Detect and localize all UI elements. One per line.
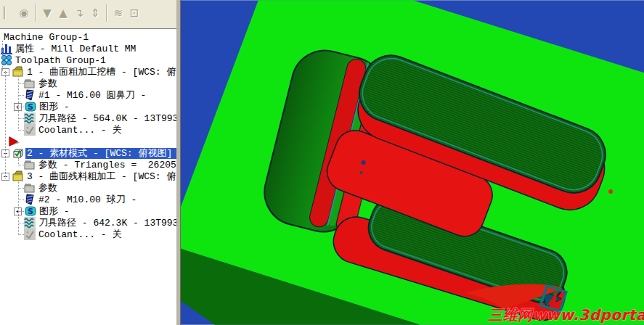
move-up-icon[interactable]: ▲ [56, 6, 70, 20]
insert-marker-icon [9, 136, 20, 147]
toolpath-file-icon [24, 112, 36, 124]
tree-row-label: 3 - 曲面残料粗加工 - [WCS: 俯视图] [25, 171, 176, 182]
tree-connector [18, 211, 24, 212]
watermark-text: 三维网www.3dportal.cn [487, 306, 644, 324]
coolant-icon [24, 124, 36, 136]
geometry-icon: S [25, 205, 36, 217]
toolpath-filter-icon[interactable]: ≋ [111, 6, 126, 20]
parameters-icon [24, 159, 36, 170]
coolant-icon [24, 229, 36, 240]
tool-icon [24, 194, 36, 205]
tree-row[interactable]: −2 - 素材模式 - [WCS: 俯视图] - [刀 [0, 147, 176, 159]
tree-row-label: #1 - M16.00 圆鼻刀 - [37, 90, 176, 101]
graphics-viewport[interactable]: 三维网www.3dportal.cn [181, 0, 644, 325]
tree-row-label: 参数 - Triangles = 262052 - 81 [37, 160, 176, 170]
tree-connector [18, 130, 24, 131]
tree-row-label: 2 - 素材模式 - [WCS: 俯视图] - [刀 [25, 148, 176, 159]
move-insert-arrow-icon[interactable]: ↴ [72, 6, 86, 20]
tree-row[interactable]: Coolant... - 关 [0, 229, 176, 240]
tree-connector [18, 234, 24, 235]
tree-row[interactable]: −3 - 曲面残料粗加工 - [WCS: 俯视图] [0, 170, 176, 182]
rest-fleck [608, 189, 613, 194]
tree-connector [18, 188, 24, 189]
tree-connector [18, 107, 24, 107]
tree-row-label: Coolant... - 关 [37, 229, 176, 240]
tree-row[interactable]: +S图形 - [0, 101, 176, 112]
toolbar-separator [106, 4, 107, 22]
tree-row[interactable]: 参数 [0, 78, 176, 89]
tree-row[interactable]: Toolpath Group-1 [0, 54, 176, 66]
tree-row[interactable]: #1 - M16.00 圆鼻刀 - [0, 89, 176, 101]
tree-row-label: Toolpath Group-1 [14, 55, 176, 66]
tree-row[interactable]: Coolant... - 关 [0, 124, 176, 136]
gouge-speck [360, 171, 363, 174]
svg-text:S: S [28, 102, 33, 112]
tree-connector [18, 83, 24, 84]
parameters-icon [24, 182, 36, 194]
tree-row-label: Machine Group-1 [2, 32, 176, 43]
tool-icon [24, 89, 36, 101]
tree-row-label: 图形 - [38, 206, 176, 217]
tree-connector [18, 118, 24, 119]
tree-row[interactable]: 参数 - Triangles = 262052 - 81 [0, 159, 176, 170]
geometry-icon: S [25, 101, 36, 112]
toolbar-separator [35, 4, 36, 22]
tree[interactable]: Machine Group-1属性 - Mill Default MMToolp… [0, 28, 176, 325]
tree-row-label: 刀具路径 - 564.0K - 13T993-0.NC [37, 113, 176, 124]
tree-row-label: 图形 - [38, 102, 176, 112]
tree-row[interactable]: +S图形 - [0, 205, 176, 217]
insert-marker-row[interactable] [0, 136, 176, 147]
clipped-left-icon[interactable]: ▏ [1, 6, 15, 20]
toolbar-icons: ▏◉▼▲↴⇕≋⊡ [0, 0, 177, 26]
tree-row-label: 参数 [37, 183, 176, 194]
tree-row[interactable]: 刀具路径 - 564.0K - 13T993-0.NC [0, 112, 176, 124]
svg-text:S: S [28, 207, 33, 216]
tree-row-label: 参数 [37, 78, 176, 89]
tree-connector [5, 71, 6, 178]
verify-3d-view: 三维网www.3dportal.cn [181, 0, 644, 325]
tree-row-label: 属性 - Mill Default MM [14, 44, 176, 54]
toolpath-file-icon [24, 217, 36, 229]
gouge-speck [362, 160, 366, 165]
tree-connector [18, 223, 24, 223]
scroll-insert-icon[interactable]: ⇕ [88, 6, 102, 20]
move-down-icon[interactable]: ▼ [40, 6, 54, 20]
tree-row-label: Coolant... - 关 [37, 125, 176, 136]
tree-row[interactable]: −1 - 曲面粗加工挖槽 - [WCS: 俯视图] [0, 66, 176, 78]
tree-row-label: 刀具路径 - 642.3K - 13T993-0.NC [37, 218, 176, 229]
tree-row-label: #2 - M10.00 球刀 - [37, 194, 176, 205]
operations-manager-panel: ▏◉▼▲↴⇕≋⊡ Machine Group-1属性 - Mill Defaul… [0, 0, 177, 325]
tree-row[interactable]: 刀具路径 - 642.3K - 13T993-0.NC [0, 217, 176, 229]
tree-connector [18, 199, 24, 200]
parameters-icon [24, 78, 36, 89]
select-entities-icon[interactable]: ⊡ [127, 6, 142, 20]
tree-row[interactable]: Machine Group-1 [0, 31, 176, 43]
stock-model-icon [12, 147, 24, 159]
tree-connector [18, 95, 24, 96]
tree-connector [2, 41, 3, 71]
tree-row-label: 1 - 曲面粗加工挖槽 - [WCS: 俯视图] [25, 67, 176, 78]
stock-lock-icon[interactable]: ◉ [17, 6, 31, 20]
tree-connector [18, 165, 24, 165]
tree-row[interactable]: 属性 - Mill Default MM [0, 43, 176, 54]
tree-row[interactable]: #2 - M10.00 球刀 - [0, 194, 176, 205]
tree-row[interactable]: 参数 [0, 182, 176, 194]
